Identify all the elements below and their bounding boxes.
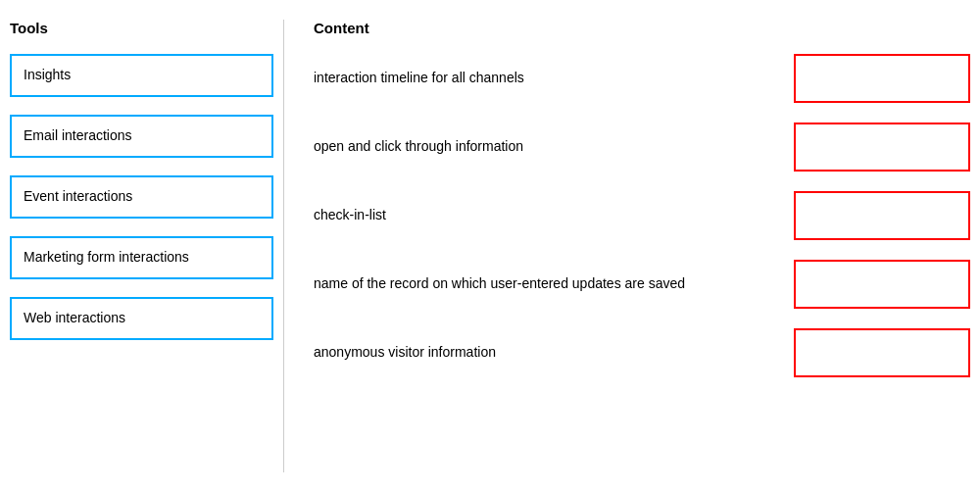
tool-item-marketing-form-interactions[interactable]: Marketing form interactions	[10, 236, 273, 279]
tool-item-event-interactions[interactable]: Event interactions	[10, 175, 273, 219]
content-label-3: name of the record on which user-entered…	[314, 274, 794, 294]
content-label-4: anonymous visitor information	[314, 343, 794, 363]
content-row-4: anonymous visitor information	[314, 328, 970, 377]
content-box-2[interactable]	[794, 191, 970, 240]
tool-item-web-interactions[interactable]: Web interactions	[10, 297, 273, 340]
content-label-0: interaction timeline for all channels	[314, 69, 794, 88]
content-row-1: open and click through information	[314, 123, 970, 172]
content-box-3[interactable]	[794, 260, 970, 309]
tool-item-email-interactions[interactable]: Email interactions	[10, 115, 273, 158]
tools-column: Tools Insights Email interactions Event …	[10, 20, 284, 472]
main-container: Tools Insights Email interactions Event …	[0, 0, 980, 492]
content-box-1[interactable]	[794, 123, 970, 172]
tool-item-insights[interactable]: Insights	[10, 54, 273, 97]
tools-heading: Tools	[10, 20, 273, 36]
content-row-3: name of the record on which user-entered…	[314, 260, 970, 309]
content-box-4[interactable]	[794, 328, 970, 377]
content-heading: Content	[314, 20, 970, 36]
content-column: Content interaction timeline for all cha…	[284, 20, 970, 472]
content-row-2: check-in-list	[314, 191, 970, 240]
content-row-0: interaction timeline for all channels	[314, 54, 970, 103]
content-box-0[interactable]	[794, 54, 970, 103]
content-label-2: check-in-list	[314, 206, 794, 225]
content-label-1: open and click through information	[314, 137, 794, 157]
